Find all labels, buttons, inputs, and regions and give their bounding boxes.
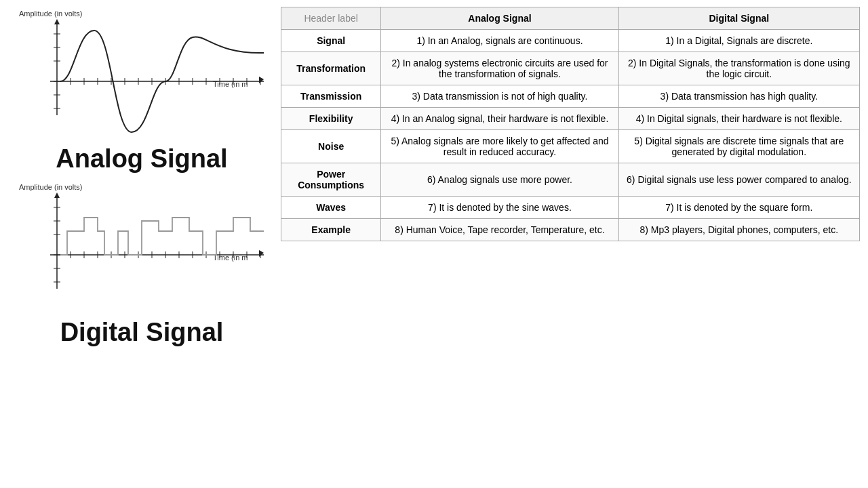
cell-analog: 4) In an Analog signal, their hardware i…: [381, 108, 618, 130]
digital-signal-title: Digital Signal: [60, 319, 224, 347]
cell-feature: Example: [281, 219, 381, 241]
analog-amplitude-label: Amplitude (in volts): [19, 9, 83, 18]
cell-analog: 7) It is denoted by the sine waves.: [381, 197, 618, 219]
analog-signal-block: Amplitude (in volts) Time (in m: [14, 7, 270, 174]
cell-digital: 3) Data transmission has high quality.: [618, 85, 859, 108]
cell-digital: 7) It is denoted by the square form.: [618, 197, 859, 219]
cell-digital: 8) Mp3 players, Digital phones, computer…: [618, 219, 859, 241]
col-header-digital: Digital Signal: [618, 7, 859, 30]
cell-analog: 3) Data transmission is not of high qual…: [381, 85, 618, 108]
table-row: Power Consumptions6) Analog signals use …: [281, 163, 860, 197]
table-header-row: Header label Analog Signal Digital Signa…: [281, 7, 860, 30]
cell-analog: 1) In an Analog, signals are continuous.: [381, 30, 618, 52]
x-arrow: [259, 77, 264, 83]
cell-feature: Transformation: [281, 52, 381, 85]
analog-chart-area: Amplitude (in volts) Time (in m: [16, 7, 267, 142]
right-panel: Header label Analog Signal Digital Signa…: [277, 0, 868, 488]
cell-digital: 1) In a Digital, Signals are discrete.: [618, 30, 859, 52]
cell-feature: Flexibility: [281, 108, 381, 130]
comparison-table: Header label Analog Signal Digital Signa…: [281, 7, 860, 241]
cell-feature: Waves: [281, 197, 381, 219]
table-row: Waves7) It is denoted by the sine waves.…: [281, 197, 860, 219]
cell-digital: 4) In Digital signals, their hardware is…: [618, 108, 859, 130]
cell-feature: Power Consumptions: [281, 163, 381, 197]
cell-digital: 2) In Digital Signals, the transformatio…: [618, 52, 859, 85]
cell-digital: 5) Digital signals are discrete time sig…: [618, 130, 859, 163]
left-panel: Amplitude (in volts) Time (in m: [0, 0, 277, 488]
table-row: Flexibility4) In an Analog signal, their…: [281, 108, 860, 130]
cell-feature: Signal: [281, 30, 381, 52]
cell-analog: 5) Analog signals are more likely to get…: [381, 130, 618, 163]
table-row: Example8) Human Voice, Tape recorder, Te…: [281, 219, 860, 241]
col-header-analog: Analog Signal: [381, 7, 618, 30]
cell-analog: 8) Human Voice, Tape recorder, Temperatu…: [381, 219, 618, 241]
cell-analog: 2) In analog systems electronic circuits…: [381, 52, 618, 85]
digital-y-arrow: [54, 192, 60, 198]
analog-chart-svg: Amplitude (in volts) Time (in m: [16, 7, 267, 142]
y-arrow: [54, 19, 60, 24]
table-row: Signal1) In an Analog, signals are conti…: [281, 30, 860, 52]
cell-feature: Noise: [281, 130, 381, 163]
digital-amplitude-label: Amplitude (in volts): [19, 183, 83, 191]
digital-signal-block: Amplitude (in volts) Time (in m: [14, 180, 270, 347]
cell-analog: 6) Analog signals use more power.: [381, 163, 618, 197]
table-row: Transmission3) Data transmission is not …: [281, 85, 860, 108]
cell-digital: 6) Digital signals use less power compar…: [618, 163, 859, 197]
digital-chart-area: Amplitude (in volts) Time (in m: [16, 180, 267, 316]
table-row: Transformation2) In analog systems elect…: [281, 52, 860, 85]
digital-chart-svg: Amplitude (in volts) Time (in m: [16, 180, 267, 316]
square-wave: [60, 218, 264, 255]
digital-x-arrow: [259, 250, 264, 257]
col-header-feature: Header label: [281, 7, 381, 30]
analog-signal-title: Analog Signal: [56, 145, 227, 174]
cell-feature: Transmission: [281, 85, 381, 108]
table-row: Noise5) Analog signals are more likely t…: [281, 130, 860, 163]
